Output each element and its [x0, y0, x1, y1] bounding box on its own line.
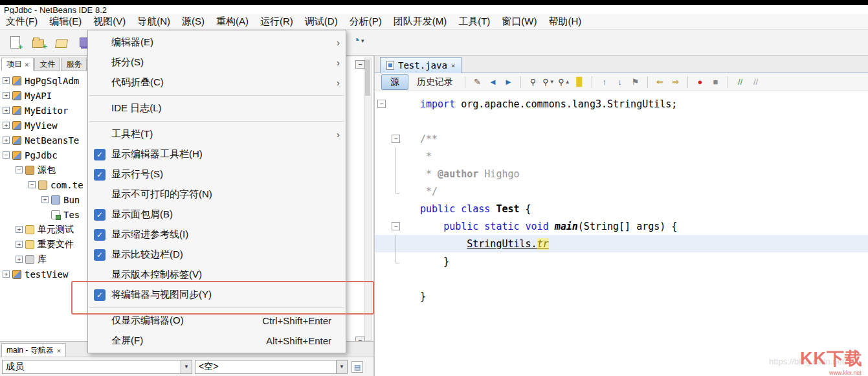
fold-gutter[interactable]: −: [375, 95, 408, 113]
menubar-item[interactable]: 团队开发(M): [388, 14, 453, 29]
navigator-filter-combo[interactable]: <空> ▼: [195, 360, 348, 374]
menubar-item[interactable]: 帮助(H): [542, 14, 587, 29]
expand-icon[interactable]: +: [16, 241, 23, 248]
previous-bookmark-icon[interactable]: ↑: [597, 75, 611, 89]
view-menu-item[interactable]: 工具栏(T)›: [88, 124, 346, 144]
code-fold-icon[interactable]: −: [377, 100, 386, 108]
find-selection-icon[interactable]: ⚲: [526, 75, 540, 89]
expand-icon[interactable]: +: [3, 92, 10, 99]
back-icon[interactable]: ◄: [486, 75, 500, 89]
navigator-view-combo[interactable]: 成员 ▼: [2, 360, 192, 374]
collapse-icon[interactable]: −: [3, 151, 10, 159]
history-view-button[interactable]: 历史记录: [410, 75, 460, 89]
menubar-item[interactable]: 视图(V): [87, 14, 131, 29]
code-line[interactable]: }: [375, 252, 868, 270]
view-menu-item[interactable]: 拆分(S)›: [88, 52, 346, 72]
stop-macro-icon[interactable]: ■: [709, 75, 722, 89]
expand-icon[interactable]: +: [16, 256, 23, 263]
view-menu-item[interactable]: ✓显示编辑器工具栏(H): [88, 144, 346, 164]
view-menu-item[interactable]: ✓显示行号(S): [88, 164, 346, 184]
open-project-icon[interactable]: [53, 34, 70, 51]
close-icon[interactable]: ×: [25, 61, 28, 69]
menubar-item[interactable]: 源(S): [176, 14, 210, 29]
view-menu-item[interactable]: 全屏(F)Alt+Shift+Enter: [88, 331, 346, 351]
navigator-settings-icon[interactable]: ▤: [351, 361, 363, 373]
source-view-button[interactable]: 源: [381, 74, 408, 90]
view-menu-item[interactable]: ✓将编辑器与视图同步(Y): [88, 285, 346, 305]
fold-gutter[interactable]: −: [375, 130, 408, 148]
view-menu-item[interactable]: 仅显示编辑器(O)Ctrl+Shift+Enter: [88, 311, 346, 331]
view-menu-item[interactable]: ✓显示比较边栏(D): [88, 245, 346, 265]
shift-right-icon[interactable]: ⇒: [669, 75, 682, 89]
menubar-item[interactable]: 窗口(W): [496, 14, 542, 29]
code-area[interactable]: −import org.apache.commons.lang3.StringU…: [375, 91, 868, 376]
expand-icon[interactable]: +: [16, 226, 23, 233]
navigator-tab[interactable]: main - 导航器 ×: [1, 343, 66, 358]
menubar-item[interactable]: 编辑(E): [43, 14, 87, 29]
toggle-highlight-icon[interactable]: ▉: [573, 75, 586, 89]
menubar-item[interactable]: 文件(F): [0, 14, 43, 29]
expand-icon[interactable]: +: [41, 196, 49, 203]
panel-tab[interactable]: 服务: [61, 58, 87, 71]
menu-item-label: 显示不可打印的字符(N): [111, 188, 337, 201]
menubar-item[interactable]: 工具(T): [452, 14, 496, 29]
menubar-item[interactable]: 调试(D): [299, 14, 344, 29]
code-fold-icon[interactable]: −: [392, 222, 400, 230]
find-next-icon[interactable]: ⚲▼: [542, 75, 555, 89]
tree-scrollbar[interactable]: [364, 58, 372, 341]
next-bookmark-icon[interactable]: ↓: [613, 75, 627, 89]
code-line[interactable]: [375, 270, 868, 287]
view-menu-item[interactable]: 编辑器(E)›: [88, 32, 346, 52]
menubar-item[interactable]: 分析(P): [344, 14, 388, 29]
chevron-down-icon[interactable]: ▼: [181, 360, 192, 373]
scrollbar-thumb[interactable]: [365, 60, 370, 96]
expand-icon[interactable]: +: [3, 271, 10, 278]
view-menu-item[interactable]: 显示版本控制标签(V): [88, 265, 346, 285]
chevron-down-icon[interactable]: ▼: [336, 360, 347, 373]
expand-icon[interactable]: +: [3, 77, 10, 84]
toggle-bookmark-icon[interactable]: ⚑: [629, 75, 642, 89]
code-line[interactable]: −/**: [375, 130, 868, 148]
fold-gutter[interactable]: −: [375, 217, 408, 235]
view-menu-item[interactable]: 显示不可打印的字符(N): [88, 184, 346, 205]
code-line[interactable]: */: [375, 182, 868, 200]
view-menu-item[interactable]: ✓显示面包屑(B): [88, 205, 346, 225]
code-line[interactable]: }: [375, 287, 868, 305]
minimize-panel-button[interactable]: −: [355, 60, 365, 69]
shift-left-icon[interactable]: ⇐: [653, 75, 667, 89]
panel-tab[interactable]: 文件: [34, 58, 60, 71]
code-line[interactable]: [375, 113, 868, 130]
view-menu-item[interactable]: 代码折叠(C)›: [88, 72, 346, 93]
editor-tab-test-java[interactable]: Test.java ×: [380, 57, 462, 73]
new-file-icon[interactable]: +: [6, 34, 23, 51]
menubar-item[interactable]: 导航(N): [131, 14, 176, 29]
last-edit-icon[interactable]: ✎: [471, 75, 484, 89]
close-icon[interactable]: ×: [57, 347, 61, 355]
code-line[interactable]: StringUtils.tr: [375, 235, 868, 252]
menu-item-label: 全屏(F): [111, 335, 266, 347]
expand-icon[interactable]: +: [3, 137, 10, 144]
collapse-icon[interactable]: −: [28, 181, 36, 188]
close-icon[interactable]: ×: [451, 61, 456, 70]
find-previous-icon[interactable]: ⚲▲: [557, 75, 571, 89]
new-project-icon[interactable]: +: [30, 34, 47, 51]
menubar-item[interactable]: 重构(A): [210, 14, 254, 29]
collapse-icon[interactable]: −: [16, 166, 23, 173]
expand-icon[interactable]: +: [3, 107, 10, 114]
menubar-item[interactable]: 运行(R): [254, 14, 299, 29]
uncomment-icon[interactable]: //: [749, 75, 762, 89]
comment-icon[interactable]: //: [733, 75, 747, 89]
view-menu-item[interactable]: IDE 日志(L): [88, 98, 346, 118]
gauge-icon[interactable]: ◔ ▾: [353, 34, 364, 47]
start-macro-icon[interactable]: ●: [693, 75, 707, 89]
code-line[interactable]: − public static void main(String[] args)…: [375, 217, 868, 235]
code-line[interactable]: −import org.apache.commons.lang3.StringU…: [375, 95, 868, 113]
code-line[interactable]: * @author Highgo: [375, 165, 868, 182]
panel-tab[interactable]: 项目×: [1, 58, 34, 71]
code-line[interactable]: *: [375, 148, 868, 165]
code-fold-icon[interactable]: −: [392, 135, 400, 143]
view-menu-item[interactable]: ✓显示缩进参考线(I): [88, 225, 346, 245]
code-line[interactable]: public class Test {: [375, 200, 868, 217]
forward-icon[interactable]: ►: [502, 75, 515, 89]
expand-icon[interactable]: +: [3, 122, 10, 129]
